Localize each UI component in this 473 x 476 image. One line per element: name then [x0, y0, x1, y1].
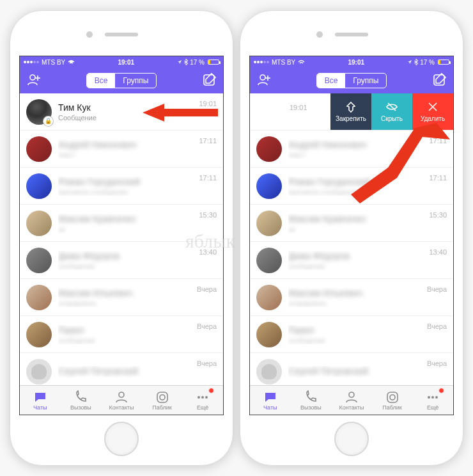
chat-list[interactable]: 19:01 Закрепить Скрыть Удалить: [250, 93, 453, 385]
tab-more[interactable]: Ещё: [182, 386, 223, 415]
chat-time: 19:01: [290, 104, 307, 111]
chat-row[interactable]: Дима Фёдоровсообщение 13:40: [250, 242, 453, 279]
segment-control: Все Группы: [316, 73, 387, 88]
segment-all[interactable]: Все: [317, 74, 346, 88]
notification-badge: [438, 388, 444, 393]
tab-bar: Чаты Вызовы Контакты Паблик Ещё: [20, 385, 223, 415]
avatar: [256, 136, 282, 162]
signal-icon: [254, 61, 269, 63]
tab-more[interactable]: Ещё: [412, 386, 453, 415]
tab-chats[interactable]: Чаты: [20, 386, 61, 415]
chat-row[interactable]: Дима Фёдоровсообщение 13:40: [20, 242, 223, 279]
compose-button[interactable]: [195, 72, 217, 89]
battery-pct: 17 %: [190, 59, 205, 66]
svg-point-6: [198, 396, 200, 399]
chat-time: 13:40: [199, 248, 217, 256]
location-icon: [177, 60, 182, 65]
svg-point-5: [160, 395, 165, 400]
chat-row[interactable]: Максим Кравченкоок 15:30: [250, 205, 453, 242]
svg-point-14: [390, 395, 395, 400]
avatar: [256, 285, 282, 310]
svg-point-7: [201, 396, 204, 399]
bluetooth-icon: [184, 59, 188, 65]
person-icon: [114, 390, 128, 403]
tab-contacts[interactable]: Контакты: [331, 386, 372, 415]
phone-icon: [304, 390, 318, 403]
annotation-arrow: [143, 101, 219, 127]
close-icon: [427, 101, 438, 113]
chat-row[interactable]: Андрей Никоновичтекст 17:11: [20, 131, 223, 168]
avatar: [256, 359, 282, 385]
tab-public[interactable]: Паблик: [372, 386, 413, 415]
svg-marker-2: [143, 104, 218, 122]
segment-groups[interactable]: Группы: [345, 74, 386, 88]
chat-time: Вчера: [427, 285, 447, 293]
chat-row[interactable]: Сергей Петровский Вчера: [20, 353, 223, 385]
avatar: [26, 173, 52, 199]
screen-left: MTS BY 19:01 17 % Все: [19, 56, 224, 415]
chat-time: 17:11: [199, 174, 217, 182]
public-icon: [385, 390, 399, 403]
annotation-arrow: [351, 123, 450, 209]
notification-badge: [208, 388, 214, 393]
tab-chats[interactable]: Чаты: [250, 386, 291, 415]
avatar: [256, 322, 282, 347]
chat-time: Вчера: [197, 285, 217, 293]
wifi-icon: [68, 60, 75, 65]
phone-frame-right: MTS BY 19:01 17 % Все Г: [240, 10, 463, 466]
new-group-button[interactable]: [256, 72, 278, 89]
public-icon: [155, 390, 169, 403]
avatar: [26, 136, 52, 162]
battery-pct: 17 %: [420, 59, 435, 66]
segment-control: Все Группы: [86, 73, 157, 88]
phone-frame-left: MTS BY 19:01 17 % Все: [10, 10, 233, 466]
chat-row[interactable]: Сергей Петровский Вчера: [250, 353, 453, 385]
home-button[interactable]: [334, 422, 369, 456]
battery-icon: [438, 60, 449, 65]
chat-row[interactable]: Павелсообщение Вчера: [20, 316, 223, 353]
battery-icon: [208, 60, 219, 65]
segment-all[interactable]: Все: [87, 74, 116, 88]
chat-time: 15:30: [199, 211, 217, 219]
status-clock: 19:01: [75, 59, 177, 66]
svg-rect-4: [157, 392, 167, 402]
home-button[interactable]: [104, 422, 139, 456]
tab-calls[interactable]: Вызовы: [61, 386, 102, 415]
tab-contacts[interactable]: Контакты: [101, 386, 142, 415]
tab-public[interactable]: Паблик: [142, 386, 183, 415]
chat-row[interactable]: Роман Городинскийпросмотр сообщения 17:1…: [20, 168, 223, 205]
chat-row[interactable]: Павелсообщение Вчера: [250, 316, 453, 353]
status-bar: MTS BY 19:01 17 %: [20, 56, 223, 68]
compose-button[interactable]: [425, 72, 447, 89]
avatar: [256, 173, 282, 199]
segment-groups[interactable]: Группы: [115, 74, 156, 88]
status-clock: 19:01: [305, 59, 407, 66]
chat-icon: [263, 390, 277, 403]
chat-time: 17:11: [199, 137, 217, 145]
avatar: [256, 248, 282, 273]
svg-rect-13: [387, 392, 398, 402]
chat-row[interactable]: Максим Кравченкоок 15:30: [20, 205, 223, 242]
tab-bar: Чаты Вызовы Контакты Паблик Ещё: [250, 385, 453, 415]
person-icon: [345, 390, 359, 403]
chat-row[interactable]: Максим Илькевичотправлено Вчера: [250, 279, 453, 316]
chat-list[interactable]: 🔒 Тим Кук Сообщение 19:01 Андрей Никонов…: [20, 93, 223, 385]
new-group-button[interactable]: [26, 72, 48, 89]
carrier-label: MTS BY: [42, 59, 65, 66]
avatar: [26, 359, 52, 385]
chat-time: 13:40: [429, 248, 447, 256]
tab-calls[interactable]: Вызовы: [291, 386, 332, 415]
svg-point-9: [260, 75, 265, 80]
svg-point-17: [435, 396, 438, 399]
carrier-label: MTS BY: [272, 59, 295, 66]
chat-row[interactable]: Максим Илькевичотправлено Вчера: [20, 279, 223, 316]
svg-marker-11: [351, 123, 450, 203]
location-icon: [407, 60, 412, 65]
bluetooth-icon: [414, 59, 418, 65]
avatar: [26, 248, 52, 273]
svg-point-8: [205, 396, 208, 399]
wifi-icon: [298, 60, 305, 65]
nav-header: Все Группы: [250, 68, 453, 93]
signal-icon: [24, 61, 39, 63]
nav-header: Все Группы: [20, 68, 223, 93]
